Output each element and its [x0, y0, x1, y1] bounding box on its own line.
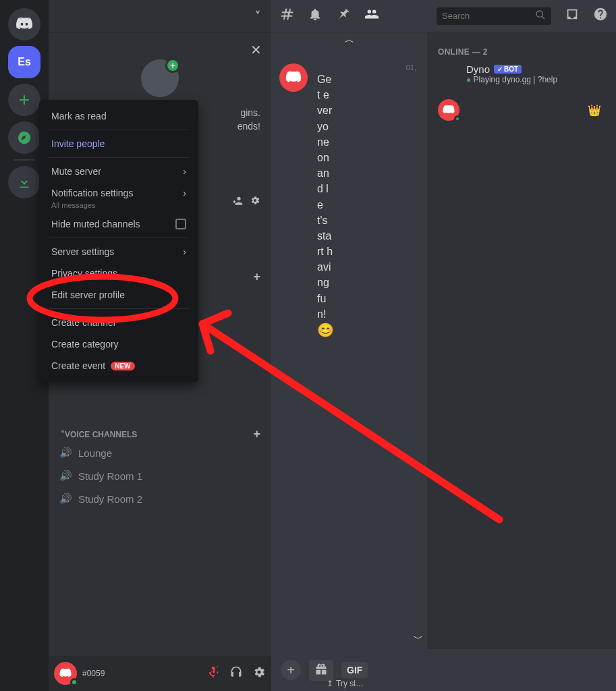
cm-invite-people[interactable]: Invite people — [45, 133, 193, 155]
discord-logo-icon — [15, 15, 34, 34]
voice-channel[interactable]: 🔊 Study Room 2 — [54, 489, 266, 509]
chevron-right-icon: › — [183, 188, 186, 198]
chevron-down-icon: ˅ — [255, 9, 260, 22]
gift-button[interactable] — [309, 660, 333, 681]
server-initials: Es — [18, 56, 31, 68]
system-avatar[interactable] — [279, 63, 308, 92]
checkbox-icon — [175, 219, 186, 229]
close-icon[interactable]: ✕ — [250, 42, 262, 58]
speaker-icon: 🔊 — [59, 470, 73, 482]
slash-command-hint[interactable]: ↥ Try sl… — [327, 679, 364, 688]
voice-channel[interactable]: 🔊 Study Room 1 — [54, 466, 266, 486]
cm-create-category[interactable]: Create category — [45, 333, 193, 355]
speaker-icon: 🔊 — [59, 447, 73, 459]
user-panel: #0059 — [49, 656, 271, 691]
member-list-icon[interactable] — [364, 7, 379, 25]
rail-divider — [13, 159, 35, 161]
welcome-line1: gins. — [240, 107, 260, 118]
attach-button[interactable]: + — [281, 660, 301, 680]
bot-badge: ✓ BOT — [494, 65, 522, 74]
voice-channel[interactable]: 🔊 Lounge — [54, 443, 266, 463]
help-icon[interactable] — [593, 7, 608, 25]
member-row[interactable]: 👑 — [432, 96, 611, 123]
deafen-button[interactable] — [229, 665, 243, 682]
speaker-icon: 🔊 — [59, 493, 73, 505]
member-name: Dyno — [466, 63, 490, 75]
member-row[interactable]: Dyno ✓ BOT ● Playing dyno.gg | ?help — [432, 61, 611, 87]
headphones-icon — [229, 665, 243, 679]
mic-muted-icon — [206, 665, 220, 679]
channel-name: Study Room 2 — [78, 493, 142, 505]
owner-crown-icon: 👑 — [588, 104, 605, 117]
self-avatar[interactable] — [54, 662, 77, 685]
user-discriminator: #0059 — [82, 669, 105, 678]
new-badge: NEW — [111, 362, 134, 370]
search-input[interactable] — [442, 11, 535, 21]
notifications-icon[interactable] — [308, 7, 323, 25]
mute-mic-button[interactable] — [206, 665, 220, 682]
server-icon-active[interactable]: Es — [8, 46, 40, 78]
server-header[interactable]: ˅ — [49, 0, 271, 32]
add-voice-channel-icon[interactable]: + — [253, 427, 266, 441]
user-settings-button[interactable] — [252, 665, 266, 682]
welcome-line2: ends! — [237, 121, 260, 132]
verified-check-icon: ✓ — [497, 65, 503, 73]
upload-server-icon[interactable]: + — [141, 59, 179, 97]
cm-notification-sub: All messages — [45, 201, 193, 213]
chevron-right-icon: › — [183, 166, 186, 177]
download-apps-button[interactable] — [8, 166, 40, 198]
channel-name: Lounge — [78, 447, 112, 459]
search-icon — [535, 9, 546, 22]
search-box[interactable] — [437, 7, 551, 25]
pinned-icon[interactable] — [336, 7, 351, 25]
scroll-down-indicator[interactable]: ﹀ — [414, 633, 423, 645]
voice-category[interactable]: ˅ Voice Channels + — [49, 419, 271, 441]
message-emoji: 😊 — [317, 322, 419, 338]
status-online-icon — [70, 678, 78, 686]
chevron-right-icon: › — [183, 246, 186, 257]
inbox-icon[interactable] — [565, 7, 580, 25]
compass-icon — [17, 130, 32, 145]
discord-logo-icon — [285, 69, 302, 86]
cm-edit-server-profile[interactable]: Edit server profile — [45, 284, 193, 306]
gear-icon[interactable] — [250, 195, 260, 208]
gif-button[interactable]: GIF — [341, 662, 368, 678]
threads-icon[interactable] — [279, 7, 294, 25]
add-channel-icon[interactable]: + — [253, 270, 266, 284]
chat-main: ︿ 01, Get everyone on and let's start ha… — [271, 0, 616, 691]
cm-mute-server[interactable]: Mute server › — [45, 161, 193, 182]
add-server-button[interactable]: + — [8, 84, 40, 116]
server-context-menu: Mark as read Invite people Mute server ›… — [39, 100, 198, 382]
explore-servers-button[interactable] — [8, 121, 40, 154]
scroll-up-indicator[interactable]: ︿ — [345, 34, 354, 46]
members-section-header: ONLINE — 2 — [432, 43, 611, 61]
member-list: ONLINE — 2 Dyno ✓ BOT ● Pl — [427, 32, 616, 649]
message-body: Get everyone on and let's start having f… — [317, 72, 333, 322]
message-timestamp: 01, — [317, 63, 419, 72]
member-status: Playing dyno.gg | ?help — [474, 75, 558, 84]
cm-create-channel[interactable]: Create channel — [45, 312, 193, 333]
voice-category-label: Voice Channels — [65, 430, 137, 439]
plus-badge-icon: + — [165, 58, 180, 73]
home-button[interactable] — [8, 8, 40, 40]
status-online-icon — [454, 115, 461, 122]
discord-logo-icon — [59, 667, 72, 680]
discord-logo-icon — [442, 103, 455, 117]
channel-name: Study Room 1 — [78, 470, 142, 482]
gear-icon — [252, 665, 266, 679]
download-icon — [17, 175, 32, 190]
topbar — [271, 0, 616, 32]
cm-create-event[interactable]: Create event NEW — [45, 355, 193, 377]
gift-icon — [314, 663, 328, 676]
message-list: ︿ 01, Get everyone on and let's start ha… — [271, 32, 427, 649]
cm-privacy-settings[interactable]: Privacy settings — [45, 262, 193, 284]
cm-hide-muted[interactable]: Hide muted channels — [45, 213, 193, 235]
cm-server-settings[interactable]: Server settings › — [45, 241, 193, 262]
message-composer: + GIF ↥ Try sl… — [271, 649, 616, 691]
cm-mark-read[interactable]: Mark as read — [45, 105, 193, 127]
add-member-icon[interactable] — [232, 195, 243, 208]
member-avatar[interactable] — [438, 99, 459, 121]
